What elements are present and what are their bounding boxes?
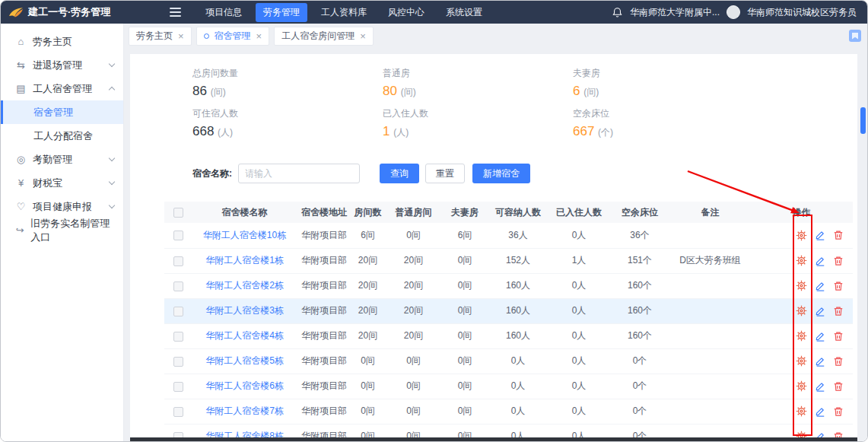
edit-pencil-icon[interactable]: [815, 356, 825, 367]
attendance-icon: ◎: [14, 154, 27, 165]
scrollbar-thumb[interactable]: [860, 107, 866, 134]
settings-gear-icon[interactable]: [796, 305, 807, 316]
delete-trash-icon[interactable]: [833, 281, 844, 291]
user-name[interactable]: 华南师范知识城校区劳务员: [747, 6, 857, 19]
table-row[interactable]: 华附工人宿舍楼10栋 华附项目部 6间 0间 6间 36人 0人 36个: [164, 223, 853, 248]
table-row[interactable]: 华附工人宿舍楼6栋 华附项目部 0间 0间 0间 0人 0人 0个: [164, 374, 853, 399]
stat-unit: (个): [598, 127, 613, 138]
settings-gear-icon[interactable]: [796, 280, 807, 291]
normal-room-count: 0间: [385, 348, 442, 374]
dorm-name-link[interactable]: 华附工人宿舍楼2栋: [205, 280, 284, 291]
notification-bell-icon[interactable]: [612, 7, 623, 18]
dorm-name-link[interactable]: 华附工人宿舍楼10栋: [203, 230, 286, 240]
table-row[interactable]: 华附工人宿舍楼2栋 华附项目部 20间 20间 0间 160人 0人 160个: [164, 273, 853, 298]
sidebar-item-health-report[interactable]: ♡ 项目健康申报: [1, 195, 123, 218]
col-header-rooms: 房间数: [351, 202, 385, 223]
dorm-name-link[interactable]: 华附工人宿舍楼3栋: [205, 305, 284, 316]
close-icon[interactable]: ×: [178, 31, 184, 41]
health-icon: ♡: [14, 201, 27, 212]
row-checkbox[interactable]: [173, 407, 183, 417]
edit-pencil-icon[interactable]: [815, 230, 825, 240]
sidebar-item-label: 劳务主页: [33, 35, 72, 49]
table-row[interactable]: 华附工人宿舍楼7栋 华附项目部 0间 0间 0间 0人 0人 0个: [164, 399, 853, 424]
select-all-checkbox[interactable]: [173, 208, 183, 218]
dorm-name-link[interactable]: 华附工人宿舍楼4栋: [205, 330, 284, 341]
table-row[interactable]: 华附工人宿舍楼1栋 华附项目部 20间 20间 0间 152人 1人 151个 …: [164, 248, 853, 273]
nav-item-project-info[interactable]: 项目信息: [198, 3, 250, 22]
sidebar-item-labor-home[interactable]: ⌂ 劳务主页: [1, 30, 123, 53]
nav-item-system-settings[interactable]: 系统设置: [438, 3, 490, 22]
chevron-up-icon: [109, 87, 115, 93]
table-row[interactable]: 华附工人宿舍楼4栋 华附项目部 20间 20间 0间 160人 0人 160个: [164, 323, 853, 348]
tab-worker-room-management[interactable]: 工人宿舍房间管理 ×: [274, 27, 374, 46]
add-dorm-button[interactable]: 新增宿舍: [472, 164, 530, 183]
vacant-beds: 0个: [609, 374, 670, 399]
table-row[interactable]: 华附工人宿舍楼3栋 华附项目部 20间 20间 0间 160人 0人 160个: [164, 298, 853, 323]
row-checkbox[interactable]: [173, 357, 183, 367]
query-button[interactable]: 查询: [380, 164, 419, 183]
tab-bookmark-icon[interactable]: [849, 30, 861, 42]
nav-item-worker-database[interactable]: 工人资料库: [313, 3, 374, 22]
sidebar-item-finance[interactable]: ¥ 财税宝: [1, 171, 123, 195]
tab-dorm-management[interactable]: 宿舍管理 ×: [196, 27, 270, 46]
table-row[interactable]: 华附工人宿舍楼5栋 华附项目部 0间 0间 0间 0人 0人 0个: [164, 348, 853, 374]
settings-gear-icon[interactable]: [796, 230, 807, 241]
dorm-name-link[interactable]: 华附工人宿舍楼1栋: [205, 255, 284, 266]
edit-pencil-icon[interactable]: [815, 256, 825, 266]
sidebar-item-attendance[interactable]: ◎ 考勤管理: [1, 148, 123, 171]
capacity: 160人: [488, 323, 548, 348]
settings-gear-icon[interactable]: [796, 255, 807, 266]
nav-item-risk-center[interactable]: 风控中心: [380, 3, 432, 22]
delete-trash-icon[interactable]: [833, 356, 844, 367]
settings-gear-icon[interactable]: [796, 330, 807, 342]
nav-item-labor-management[interactable]: 劳务管理: [256, 3, 307, 22]
settings-gear-icon[interactable]: [796, 405, 807, 417]
sidebar-item-worker-dormitory[interactable]: ▤ 工人宿舍管理: [1, 77, 123, 100]
delete-trash-icon[interactable]: [833, 381, 844, 392]
delete-trash-icon[interactable]: [833, 306, 844, 316]
tab-labor-home[interactable]: 劳务主页 ×: [129, 27, 192, 46]
settings-gear-icon[interactable]: [796, 380, 807, 392]
edit-pencil-icon[interactable]: [815, 306, 825, 316]
row-checkbox[interactable]: [173, 231, 183, 240]
reset-button[interactable]: 重置: [425, 164, 465, 183]
dorm-address: 华附项目部: [297, 223, 351, 248]
row-checkbox[interactable]: [173, 281, 183, 291]
edit-pencil-icon[interactable]: [815, 381, 825, 392]
delete-trash-icon[interactable]: [833, 230, 844, 240]
edit-pencil-icon[interactable]: [815, 331, 825, 342]
logo-icon: [8, 7, 24, 18]
user-avatar[interactable]: [727, 5, 740, 19]
row-checkbox[interactable]: [173, 307, 183, 316]
dorm-name-link[interactable]: 华附工人宿舍楼5栋: [205, 355, 284, 366]
sidebar-item-legacy-entry[interactable]: ↪ 旧劳务实名制管理入口: [1, 218, 123, 242]
capacity: 160人: [488, 273, 548, 298]
vacant-beds: 0个: [609, 348, 670, 374]
edit-pencil-icon[interactable]: [815, 406, 825, 417]
couple-room-count: 6间: [442, 223, 488, 248]
row-checkbox[interactable]: [173, 256, 183, 266]
dorm-name-link[interactable]: 华附工人宿舍楼6栋: [205, 380, 284, 391]
row-checkbox[interactable]: [173, 382, 183, 392]
row-checkbox[interactable]: [173, 332, 183, 342]
stat-unit: (间): [583, 87, 599, 97]
delete-trash-icon[interactable]: [833, 331, 844, 342]
settings-gear-icon[interactable]: [796, 355, 807, 367]
top-navigation: 项目信息 劳务管理 工人资料库 风控中心 系统设置: [198, 3, 490, 22]
close-icon[interactable]: ×: [360, 31, 366, 41]
app-title: 建工一号·劳务管理: [28, 5, 110, 19]
sidebar-item-dorm-management[interactable]: 宿舍管理: [1, 100, 123, 124]
edit-pencil-icon[interactable]: [815, 281, 825, 291]
chevron-down-icon: [109, 179, 115, 185]
dorm-name-link[interactable]: 华附工人宿舍楼7栋: [205, 405, 284, 416]
sidebar-item-entry-exit[interactable]: ⇆ 进退场管理: [1, 53, 123, 77]
dorm-name-input[interactable]: [238, 164, 360, 183]
delete-trash-icon[interactable]: [833, 406, 844, 417]
capacity: 0人: [488, 348, 548, 374]
sidebar-item-worker-assign-dorm[interactable]: 工人分配宿舍: [1, 124, 123, 148]
search-section: 宿舍名称: 查询 重置 新增宿舍: [192, 164, 857, 183]
close-icon[interactable]: ×: [256, 31, 262, 41]
hamburger-menu-icon[interactable]: [170, 8, 181, 17]
delete-trash-icon[interactable]: [833, 256, 844, 266]
normal-room-count: 20间: [385, 273, 442, 298]
